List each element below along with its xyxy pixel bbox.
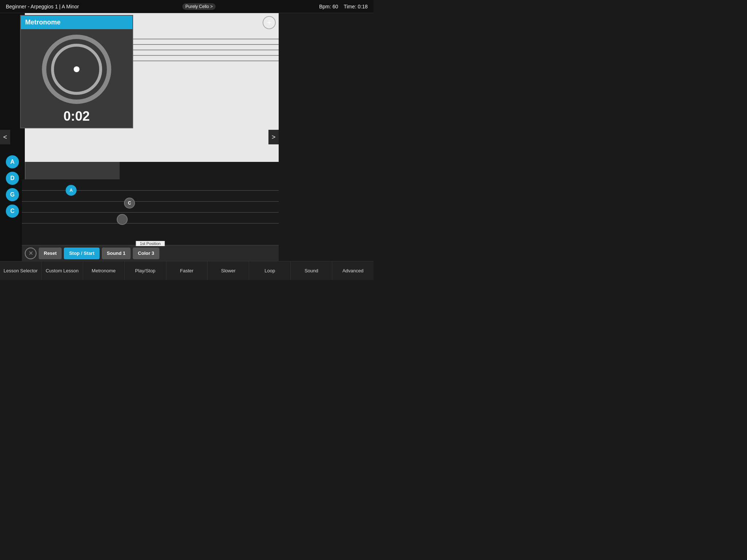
fret-string-4	[22, 223, 279, 223]
nav-slower[interactable]: Slower	[208, 261, 249, 280]
bottom-nav: Lesson Selector Custom Lesson Metronome …	[0, 261, 374, 280]
color3-button[interactable]: Color 3	[133, 248, 159, 259]
metro-dot	[74, 66, 80, 72]
nav-sound[interactable]: Sound	[291, 261, 332, 280]
top-bar: Beginner - Arpeggios 1 | A Minor Purely …	[0, 0, 374, 13]
nav-advanced[interactable]: Advanced	[332, 261, 374, 280]
string-label-c: C	[6, 205, 19, 218]
fretboard-area: A C	[22, 179, 279, 245]
metronome-body: 0:02	[21, 29, 132, 128]
string-label-d: D	[6, 172, 19, 185]
metro-timer: 0:02	[63, 109, 90, 124]
nav-loop[interactable]: Loop	[249, 261, 291, 280]
fret-string-3	[22, 212, 279, 213]
metronome-circle	[40, 33, 113, 106]
time-display: Time: 0:18	[344, 4, 368, 9]
metronome-header: Metronome	[21, 16, 132, 29]
stop-start-button[interactable]: Stop / Start	[64, 248, 99, 259]
note-dot-c2-ghost	[117, 214, 128, 225]
string-label-g: G	[6, 188, 19, 201]
reset-button[interactable]: Reset	[39, 248, 62, 259]
nav-metronome[interactable]: Metronome	[83, 261, 125, 280]
controls-bar: 1st Position ✕ Reset Stop / Start Sound …	[22, 245, 279, 261]
nav-faster[interactable]: Faster	[166, 261, 208, 280]
string-label-a: A	[6, 155, 19, 168]
sound1-button[interactable]: Sound 1	[102, 248, 131, 259]
plus-button[interactable]: +	[263, 16, 276, 29]
fret-string-2	[22, 201, 279, 202]
fret-string-1	[22, 190, 279, 191]
cancel-button[interactable]: ✕	[25, 248, 36, 259]
bpm-display: Bpm: 60	[319, 4, 338, 9]
nav-play-stop[interactable]: Play/Stop	[125, 261, 166, 280]
right-arrow[interactable]: >	[268, 130, 279, 144]
position-label: 1st Position	[136, 241, 165, 246]
metronome-panel: Metronome 0:02	[20, 15, 133, 128]
app-title: Beginner - Arpeggios 1 | A Minor	[6, 4, 79, 9]
bpm-time-display: Bpm: 60 Time: 0:18	[319, 4, 368, 9]
note-dot-c-ghost: C	[124, 198, 135, 209]
nav-custom-lesson[interactable]: Custom Lesson	[42, 261, 83, 280]
nav-lesson-selector[interactable]: Lesson Selector	[0, 261, 42, 280]
left-arrow[interactable]: <	[0, 130, 10, 144]
note-dot-a: A	[66, 185, 77, 196]
app-logo: Purely Cello >	[182, 3, 216, 10]
main-area: 𝄢 T A B A D G C Metronome 0:02	[0, 13, 374, 261]
